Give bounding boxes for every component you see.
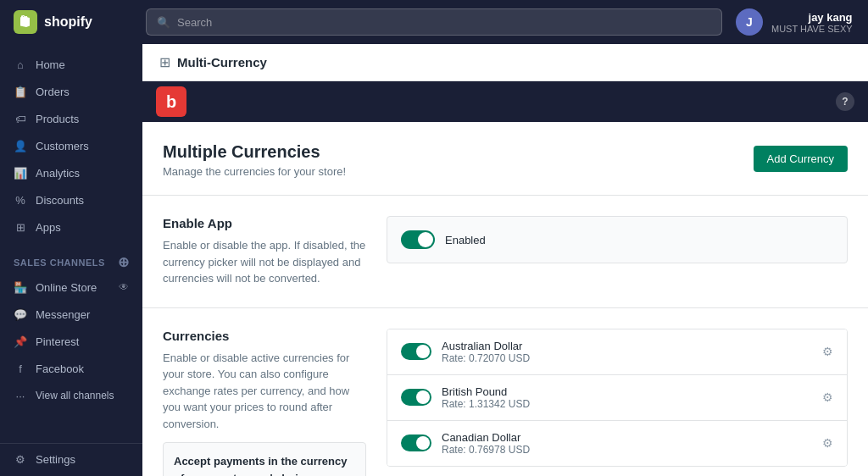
currencies-title: Currencies <box>163 329 366 343</box>
shopify-wordmark: shopify <box>44 14 92 30</box>
search-bar[interactable]: 🔍 Search <box>146 8 722 36</box>
sidebar-item-view-all-channels[interactable]: ··· View all channels <box>0 382 142 409</box>
sidebar-item-analytics[interactable]: 📊 Analytics <box>0 159 142 186</box>
user-section: J jay kang MUST HAVE SEXY <box>736 8 853 36</box>
customers-icon: 👤 <box>14 139 27 152</box>
sidebar-item-products[interactable]: 🏷 Products <box>0 105 142 132</box>
sidebar-label-apps: Apps <box>36 221 61 234</box>
sidebar: ⌂ Home 📋 Orders 🏷 Products 👤 Customers 📊… <box>0 44 142 476</box>
home-icon: ⌂ <box>14 58 27 71</box>
currency-name-aud: Australian Dollar <box>442 340 812 352</box>
currency-info-gbp: British Pound Rate: 1.31342 USD <box>442 385 812 410</box>
shopify-logo-icon <box>14 10 37 34</box>
app-logo: b <box>156 86 186 117</box>
sidebar-label-pinterest: Pinterest <box>36 335 79 348</box>
mc-title: Multiple Currencies <box>163 142 346 162</box>
eye-icon[interactable]: 👁 <box>119 281 129 293</box>
currency-item-gbp: British Pound Rate: 1.31342 USD ⚙ <box>387 375 847 421</box>
online-store-icon: 🏪 <box>14 280 27 294</box>
enable-app-section: Enable App Enable or disable the app. If… <box>142 196 868 308</box>
enable-app-inner: Enable App Enable or disable the app. If… <box>142 196 868 307</box>
currencies-left: Currencies Enable or disable active curr… <box>163 329 366 477</box>
page-header-title: Multi-Currency <box>177 55 267 69</box>
info-box: Accept payments in the currency of your … <box>163 442 366 476</box>
page-header: ⊞ Multi-Currency <box>142 44 868 81</box>
enable-app-left: Enable App Enable or disable the app. If… <box>163 216 366 287</box>
discounts-icon: % <box>14 193 27 207</box>
mc-title-area: Multiple Currencies Manage the currencie… <box>163 142 346 178</box>
facebook-icon: f <box>14 362 27 375</box>
sidebar-item-settings[interactable]: ⚙ Settings <box>0 443 142 473</box>
sidebar-label-analytics: Analytics <box>36 167 80 180</box>
sidebar-label-products: Products <box>36 113 79 125</box>
currency-item-cad: Canadian Dollar Rate: 0.76978 USD ⚙ <box>387 421 847 466</box>
sidebar-item-apps[interactable]: ⊞ Apps <box>0 213 142 241</box>
user-tagline: MUST HAVE SEXY <box>771 24 853 34</box>
currencies-inner: Currencies Enable or disable active curr… <box>142 308 868 477</box>
help-button[interactable]: ? <box>836 92 854 111</box>
currency-info-aud: Australian Dollar Rate: 0.72070 USD <box>442 340 812 364</box>
sidebar-item-orders[interactable]: 📋 Orders <box>0 78 142 105</box>
pinterest-icon: 📌 <box>14 335 27 348</box>
gear-icon-cad[interactable]: ⚙ <box>822 436 833 450</box>
gear-icon-gbp[interactable]: ⚙ <box>822 390 833 404</box>
enable-app-right: Enabled <box>387 216 848 287</box>
currency-list: Australian Dollar Rate: 0.72070 USD ⚙ Br… <box>387 329 848 467</box>
gear-icon-aud[interactable]: ⚙ <box>822 345 833 358</box>
currency-name-gbp: British Pound <box>442 385 812 398</box>
search-placeholder: Search <box>177 16 212 29</box>
sidebar-label-facebook: Facebook <box>36 363 84 375</box>
shopify-logo: shopify <box>14 10 132 34</box>
info-box-title: Accept payments in the currency of your … <box>174 453 355 476</box>
top-nav: shopify 🔍 Search J jay kang MUST HAVE SE… <box>0 0 868 44</box>
user-name: jay kang <box>771 11 853 24</box>
search-icon: 🔍 <box>157 16 170 29</box>
sidebar-label-orders: Orders <box>36 86 70 98</box>
multicurrency-header-icon: ⊞ <box>159 54 170 70</box>
sidebar-item-pinterest[interactable]: 📌 Pinterest <box>0 328 142 355</box>
currency-toggle-gbp[interactable] <box>401 389 431 406</box>
dots-icon: ··· <box>14 389 27 402</box>
messenger-icon: 💬 <box>14 307 27 321</box>
enable-app-toggle[interactable] <box>401 230 435 249</box>
sidebar-item-facebook[interactable]: f Facebook <box>0 355 142 382</box>
sidebar-item-discounts[interactable]: % Discounts <box>0 186 142 213</box>
add-currency-button[interactable]: Add Currency <box>754 146 848 172</box>
sidebar-item-home[interactable]: ⌂ Home <box>0 51 142 78</box>
apps-icon: ⊞ <box>14 220 27 234</box>
currencies-section: Currencies Enable or disable active curr… <box>142 308 868 477</box>
sidebar-label-home: Home <box>36 58 65 71</box>
user-info: jay kang MUST HAVE SEXY <box>771 11 853 34</box>
main-content: ⊞ Multi-Currency b ? Multiple Currencies… <box>142 44 868 476</box>
currency-toggle-cad[interactable] <box>401 434 431 451</box>
sidebar-label-customers: Customers <box>36 140 89 152</box>
enable-app-title: Enable App <box>163 216 366 230</box>
currencies-right: Australian Dollar Rate: 0.72070 USD ⚙ Br… <box>387 329 848 477</box>
enable-app-desc: Enable or disable the app. If disabled, … <box>163 237 366 287</box>
toggle-label: Enabled <box>445 234 486 246</box>
sidebar-item-customers[interactable]: 👤 Customers <box>0 132 142 159</box>
currencies-desc: Enable or disable active currencies for … <box>163 350 366 433</box>
currency-info-cad: Canadian Dollar Rate: 0.76978 USD <box>442 431 812 456</box>
app-banner: b ? <box>142 81 868 122</box>
app-logo-letter: b <box>166 92 176 112</box>
sidebar-label-discounts: Discounts <box>36 194 84 207</box>
sidebar-item-messenger[interactable]: 💬 Messenger <box>0 301 142 328</box>
view-all-channels-label: View all channels <box>36 390 114 401</box>
currency-name-cad: Canadian Dollar <box>442 431 812 444</box>
currency-rate-gbp: Rate: 1.31342 USD <box>442 398 812 410</box>
avatar: J <box>736 8 763 36</box>
orders-icon: 📋 <box>14 85 27 98</box>
sales-channels-label: SALES CHANNELS <box>14 257 105 268</box>
currency-toggle-aud[interactable] <box>401 343 431 360</box>
currency-rate-cad: Rate: 0.76978 USD <box>442 444 812 456</box>
add-channel-icon[interactable]: ⊕ <box>118 254 130 270</box>
analytics-icon: 📊 <box>14 166 27 180</box>
help-icon: ? <box>842 96 848 108</box>
mc-subtitle: Manage the currencies for your store! <box>163 165 346 178</box>
currency-item-aud: Australian Dollar Rate: 0.72070 USD ⚙ <box>387 329 847 375</box>
sidebar-item-online-store[interactable]: 🏪 Online Store 👁 <box>0 274 142 301</box>
products-icon: 🏷 <box>14 112 27 125</box>
toggle-row: Enabled <box>387 216 848 263</box>
mc-header: Multiple Currencies Manage the currencie… <box>142 122 868 196</box>
